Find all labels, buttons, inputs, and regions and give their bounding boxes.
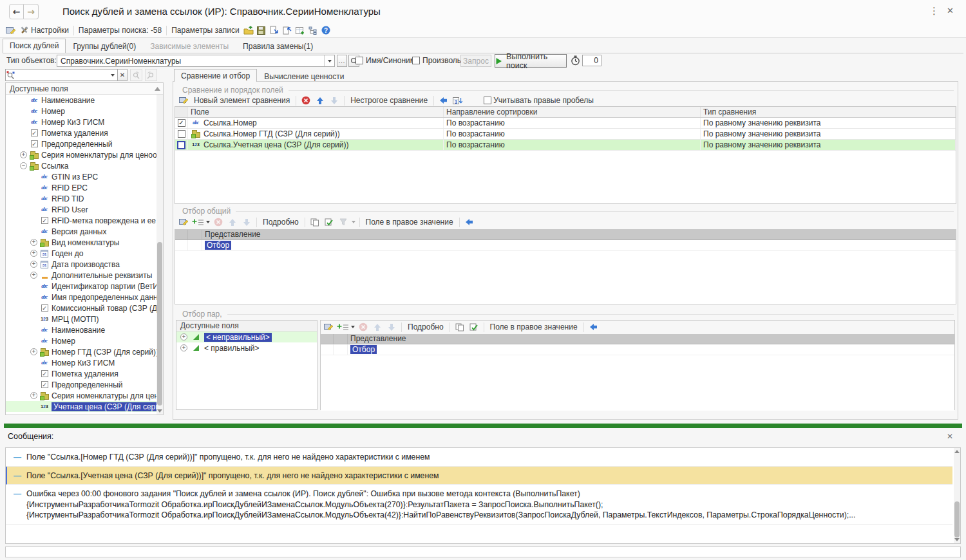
- direction-cell[interactable]: По возрастанию: [444, 140, 701, 150]
- apply-check-icon[interactable]: [468, 321, 480, 333]
- available-fields-header[interactable]: Доступные поля: [6, 83, 163, 95]
- expand-icon[interactable]: +: [30, 261, 37, 268]
- tree-item[interactable]: +Вид номенклатуры: [6, 237, 156, 248]
- tree-item[interactable]: ✓Предопределенный: [6, 138, 156, 149]
- use-checkbox[interactable]: [177, 141, 185, 149]
- field-to-right-button[interactable]: Поле в правое значение: [363, 216, 456, 229]
- move-up-icon[interactable]: [314, 95, 327, 107]
- form-settings-icon[interactable]: [322, 321, 335, 333]
- tree-item[interactable]: abcНомер: [6, 106, 156, 117]
- tree-item[interactable]: +Серия номенклатуры для ценообра...: [6, 390, 156, 401]
- field-left-icon[interactable]: [587, 321, 600, 333]
- filter-common-row[interactable]: Отбор: [175, 240, 956, 251]
- choose-button[interactable]: ...: [337, 55, 347, 67]
- messages-scrollbar[interactable]: [954, 448, 960, 543]
- timer-field[interactable]: 0: [582, 55, 601, 66]
- tab-duplicate-groups[interactable]: Группы дублей(0): [66, 39, 143, 53]
- expand-icon[interactable]: +: [30, 272, 37, 279]
- tree-item[interactable]: abcИдентификатор партии (ВетИС): [6, 281, 156, 292]
- tree-item[interactable]: +< правильный>: [176, 342, 317, 353]
- add-condition-icon[interactable]: [191, 216, 204, 229]
- add-condition-icon[interactable]: [336, 321, 349, 333]
- window-close-icon[interactable]: ✕: [947, 6, 954, 15]
- delete-icon[interactable]: [299, 95, 312, 107]
- copy-icon[interactable]: [308, 216, 321, 229]
- tree-item[interactable]: ✓Комиссионный товар (СЗР (Для се...: [6, 303, 156, 313]
- forward-button[interactable]: →: [24, 4, 39, 19]
- tree-item[interactable]: abcНомер КиЗ ГИСМ: [6, 117, 156, 127]
- scroll-up-icon[interactable]: [954, 450, 960, 453]
- column-presentation[interactable]: Представление: [348, 334, 409, 344]
- settings-button[interactable]: Настройки: [17, 24, 71, 37]
- import-icon[interactable]: [268, 24, 281, 37]
- tab-replacement-rules[interactable]: Правила замены(1): [236, 39, 320, 53]
- scrollbar-thumb[interactable]: [157, 242, 162, 406]
- table-row[interactable]: Ссылка.Номер ГТД (СЗР (Для серий))По воз…: [175, 129, 956, 140]
- hierarchy-icon[interactable]: [307, 24, 319, 37]
- tree-item[interactable]: abcRFID User: [6, 204, 156, 215]
- tree-item[interactable]: −Ссылка: [6, 160, 156, 171]
- collapse-icon[interactable]: −: [20, 162, 27, 169]
- scrollbar-thumb[interactable]: [954, 501, 960, 537]
- tree-item[interactable]: abcНомер КиЗ ГИСМ: [6, 357, 156, 368]
- load-settings-icon[interactable]: [242, 24, 255, 37]
- more-menu-icon[interactable]: ⋮: [929, 5, 939, 17]
- field-cell[interactable]: Ссылка.Номер ГТД (СЗР (Для серий)): [188, 129, 444, 139]
- tree-item[interactable]: abcRFID TID: [6, 193, 156, 204]
- filter-pairs-row[interactable]: Отбор: [321, 344, 954, 355]
- tree-item[interactable]: +Дополнительные реквизиты: [6, 270, 156, 281]
- sort-columns-icon[interactable]: 3: [451, 95, 464, 107]
- tree-item[interactable]: +< неправильный>: [176, 331, 317, 342]
- compare-type-cell[interactable]: По равному значению реквизита: [701, 118, 956, 128]
- expand-icon[interactable]: +: [20, 151, 27, 158]
- export-icon[interactable]: [281, 24, 294, 37]
- expand-icon[interactable]: +: [30, 239, 37, 246]
- column-field[interactable]: Поле: [188, 107, 444, 117]
- fields-scrollbar[interactable]: [156, 95, 163, 415]
- combo-dropdown-icon[interactable]: [324, 55, 334, 66]
- table-row[interactable]: 123Ссылка.Учетная цена (СЗР (Для серий))…: [175, 140, 956, 151]
- details-button[interactable]: Подробно: [405, 321, 446, 333]
- search-dropdown-icon[interactable]: [108, 70, 117, 80]
- save-settings-icon[interactable]: [255, 24, 268, 37]
- use-checkbox[interactable]: [178, 119, 185, 127]
- tree-item[interactable]: +Серия номенклатуры для ценообразов...: [6, 149, 156, 160]
- right-spaces-checkbox[interactable]: Учитывать правые пробелы: [481, 95, 596, 107]
- tree-item[interactable]: abcНаименование: [6, 95, 156, 106]
- field-cell[interactable]: 123Ссылка.Учетная цена (СЗР (Для серий)): [188, 140, 444, 150]
- column-compare-type[interactable]: Тип сравнения: [701, 107, 956, 117]
- scroll-down-icon[interactable]: [157, 409, 162, 413]
- scroll-up-icon[interactable]: [155, 87, 160, 91]
- messages-close-icon[interactable]: ✕: [947, 432, 953, 441]
- help-icon[interactable]: ?: [319, 24, 332, 37]
- apply-check-icon[interactable]: [323, 216, 336, 229]
- tree-item[interactable]: abcВерсия данных: [6, 226, 156, 237]
- direction-cell[interactable]: По возрастанию: [444, 129, 701, 139]
- message-row[interactable]: —Ошибка через 00:00 фонового задания "По…: [6, 485, 952, 525]
- filter-root-node[interactable]: Отбор: [350, 345, 377, 354]
- tree-item[interactable]: abcНаименование: [6, 324, 156, 335]
- find-next-button[interactable]: [130, 69, 142, 81]
- scroll-down-icon[interactable]: [954, 538, 960, 541]
- message-row[interactable]: —Поле "Ссылка.[Номер ГТД (СЗР (Для серий…: [6, 448, 952, 467]
- stopwatch-icon[interactable]: [571, 55, 580, 66]
- compare-type-cell[interactable]: По равному значению реквизита: [701, 129, 956, 139]
- expand-icon[interactable]: +: [180, 344, 187, 351]
- name-synonym-checkbox[interactable]: Имя/Синоним: [355, 56, 415, 65]
- form-settings-icon[interactable]: [177, 95, 190, 107]
- column-direction[interactable]: Направление сортировки: [444, 107, 701, 117]
- message-row[interactable]: —Поле "Ссылка.[Учетная цена (СЗР (Для се…: [6, 467, 952, 485]
- find-previous-button[interactable]: [145, 69, 157, 81]
- expand-icon[interactable]: +: [30, 348, 37, 355]
- tree-item[interactable]: abcНомер: [6, 335, 156, 346]
- column-presentation[interactable]: Представление: [202, 230, 263, 239]
- tree-item[interactable]: +31Дата производства: [6, 259, 156, 270]
- fields-search-input[interactable]: [5, 69, 118, 81]
- search-params-button[interactable]: Параметры поиска: -58: [76, 24, 164, 37]
- search-clear-button[interactable]: ✕: [118, 69, 128, 81]
- tree-item[interactable]: 123Учетная цена (СЗР (Для серий)): [6, 401, 156, 412]
- expand-icon[interactable]: +: [180, 333, 187, 341]
- form-settings-icon[interactable]: [4, 24, 17, 37]
- add-condition-dropdown-icon[interactable]: [350, 321, 355, 333]
- copy-icon[interactable]: [453, 321, 466, 333]
